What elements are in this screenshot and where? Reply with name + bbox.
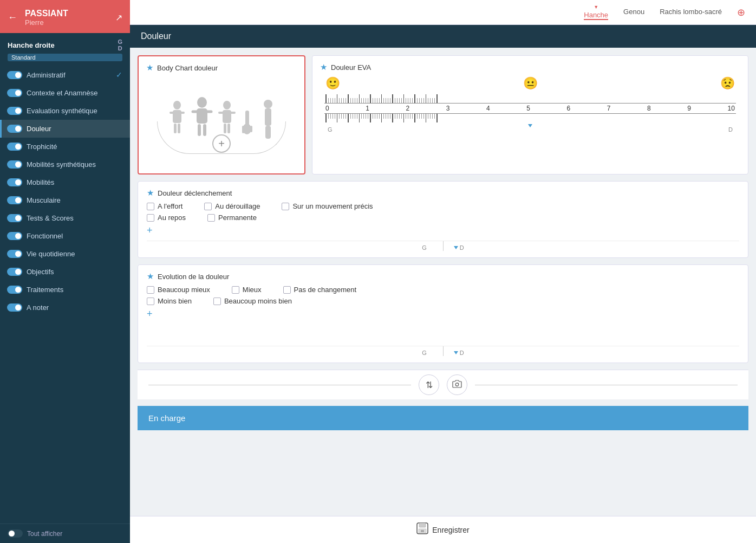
sidebar-item-traitements[interactable]: Traitements <box>0 281 130 299</box>
svg-point-21 <box>264 100 272 108</box>
toggle-mobilites-syn[interactable] <box>7 160 22 169</box>
cb-beaucoup-mieux[interactable] <box>147 286 154 294</box>
checkbox-beaucoup-mieux[interactable]: Beaucoup mieux <box>147 286 210 294</box>
eva-ticks-bottom <box>324 113 736 124</box>
body-chart-title: ★ Body Chart douleur <box>146 63 297 73</box>
section-title: Hanche droite GD <box>0 33 130 54</box>
save-button[interactable]: Enregistrer <box>416 522 469 537</box>
sidebar-item-tests[interactable]: Tests & Scores <box>0 209 130 227</box>
sidebar-item-a-noter[interactable]: A noter <box>0 299 130 316</box>
eva-gd-labels: G D <box>320 124 740 133</box>
sidebar-label-administratif: Administratif <box>27 71 66 79</box>
sidebar-item-fonctionnel[interactable]: Fonctionnel <box>0 227 130 245</box>
sidebar-item-trophicite[interactable]: Trophicité <box>0 138 130 156</box>
sidebar-label-fonctionnel: Fonctionnel <box>27 232 63 240</box>
toggle-vie-quotidienne[interactable] <box>7 250 22 258</box>
cb-repos[interactable] <box>147 214 154 222</box>
save-icon <box>416 522 428 537</box>
sidebar-label-evaluation: Evaluation synthétique <box>27 107 97 115</box>
cb-permanente[interactable] <box>207 214 215 222</box>
declenchement-footer: G D <box>147 241 739 251</box>
scroll-icon: ⇅ <box>426 380 433 390</box>
eva-label-g: G <box>328 126 333 133</box>
sidebar-label-tests: Tests & Scores <box>27 214 74 222</box>
cb-mieux[interactable] <box>232 286 239 294</box>
sidebar-label-a-noter: A noter <box>27 303 49 312</box>
save-bar: Enregistrer <box>130 516 756 543</box>
sidebar-item-evaluation[interactable]: Evaluation synthétique <box>0 102 130 120</box>
toggle-administratif[interactable] <box>7 71 22 79</box>
svg-point-10 <box>223 101 231 109</box>
toggle-trophicite[interactable] <box>7 143 22 151</box>
evolution-row1: Beaucoup mieux Mieux Pas de changement <box>147 286 739 294</box>
sidebar-footer: Tout afficher <box>0 523 130 543</box>
divider-left <box>148 385 411 385</box>
add-evolution-button[interactable]: + <box>147 308 739 320</box>
checkbox-permanente[interactable]: Permanente <box>207 214 257 222</box>
main-content: ▼ Hanche Genou Rachis lombo-sacré ⊕ Doul… <box>130 0 756 543</box>
en-charge-bar[interactable]: En charge <box>138 406 748 430</box>
checkbox-mieux[interactable]: Mieux <box>232 286 262 294</box>
cb-derouillage[interactable] <box>204 203 212 210</box>
sidebar-label-mobilites-syn: Mobilités synthétiques <box>27 160 96 169</box>
toggle-a-noter[interactable] <box>7 303 22 312</box>
back-button[interactable]: ← <box>8 12 17 23</box>
toggle-douleur[interactable] <box>7 125 22 133</box>
checkbox-pas-changement[interactable]: Pas de changement <box>283 286 357 294</box>
sidebar-item-contexte[interactable]: Contexte et Anamnèse <box>0 84 130 102</box>
sidebar-item-vie-quotidienne[interactable]: Vie quotidienne <box>0 245 130 263</box>
checkbox-beaucoup-moins-bien[interactable]: Beaucoup moins bien <box>213 297 292 305</box>
svg-rect-28 <box>421 530 424 532</box>
sidebar-item-douleur[interactable]: Douleur <box>0 120 130 138</box>
eva-label: Douleur EVA <box>331 63 371 72</box>
evolution-label-d: D <box>460 350 464 356</box>
sidebar: ← PASSIANT Pierre ↗ Hanche droite GD Sta… <box>0 0 130 543</box>
sidebar-item-mobilites[interactable]: Mobilités <box>0 173 130 191</box>
cb-moins-bien[interactable] <box>147 298 154 305</box>
svg-point-24 <box>455 383 459 386</box>
checkbox-repos[interactable]: Au repos <box>147 214 186 222</box>
toggle-evaluation[interactable] <box>7 107 22 115</box>
top-row: ★ Body Chart douleur <box>138 55 748 174</box>
checkbox-derouillage[interactable]: Au dérouillage <box>204 202 260 210</box>
toggle-tests[interactable] <box>7 214 22 222</box>
cb-mouvement-precis[interactable] <box>282 203 289 210</box>
nav-hanche[interactable]: ▼ Hanche <box>584 4 608 20</box>
trend-icon: ↗ <box>115 12 122 23</box>
nav-rachis[interactable]: Rachis lombo-sacré <box>660 8 722 17</box>
camera-button[interactable] <box>447 374 467 395</box>
nav-genou[interactable]: Genou <box>623 8 644 17</box>
checkbox-effort[interactable]: A l'effort <box>147 202 183 210</box>
toggle-musculaire[interactable] <box>7 196 22 204</box>
cb-beaucoup-moins-bien[interactable] <box>213 298 221 305</box>
toggle-mobilites[interactable] <box>7 178 22 186</box>
toggle-objectifs[interactable] <box>7 268 22 276</box>
sidebar-nav: Administratif ✓ Contexte et Anamnèse Eva… <box>0 66 130 523</box>
checkbox-mouvement-precis[interactable]: Sur un mouvement précis <box>282 202 373 210</box>
sidebar-item-mobilites-syn[interactable]: Mobilités synthétiques <box>0 156 130 173</box>
add-nav-button[interactable]: ⊕ <box>737 7 745 18</box>
scroll-button[interactable]: ⇅ <box>419 374 439 395</box>
body-chart-card[interactable]: ★ Body Chart douleur <box>138 55 305 174</box>
sidebar-item-objectifs[interactable]: Objectifs <box>0 263 130 281</box>
eva-d-marker <box>528 124 532 127</box>
patient-info: PASSIANT Pierre <box>25 9 110 27</box>
sidebar-item-musculaire[interactable]: Musculaire <box>0 191 130 209</box>
sidebar-label-douleur: Douleur <box>27 125 51 133</box>
cb-effort[interactable] <box>147 203 154 210</box>
toggle-tout-afficher[interactable] <box>8 529 23 538</box>
eva-label-d: D <box>728 126 733 133</box>
add-declenchement-button[interactable]: + <box>147 225 739 236</box>
sidebar-label-objectifs: Objectifs <box>27 268 54 276</box>
checkbox-moins-bien[interactable]: Moins bien <box>147 297 192 305</box>
toggle-fonctionnel[interactable] <box>7 232 22 240</box>
toggle-traitements[interactable] <box>7 286 22 294</box>
en-charge-label: En charge <box>148 413 185 423</box>
body-chart-label: Body Chart douleur <box>157 64 218 72</box>
sidebar-item-administratif[interactable]: Administratif ✓ <box>0 66 130 84</box>
toggle-contexte[interactable] <box>7 89 22 97</box>
sidebar-label-musculaire: Musculaire <box>27 196 61 204</box>
eva-scale-container[interactable]: 01234 5678910 <box>320 93 740 124</box>
cb-pas-changement[interactable] <box>283 286 291 294</box>
evolution-title: ★ Evolution de la douleur <box>147 272 739 281</box>
